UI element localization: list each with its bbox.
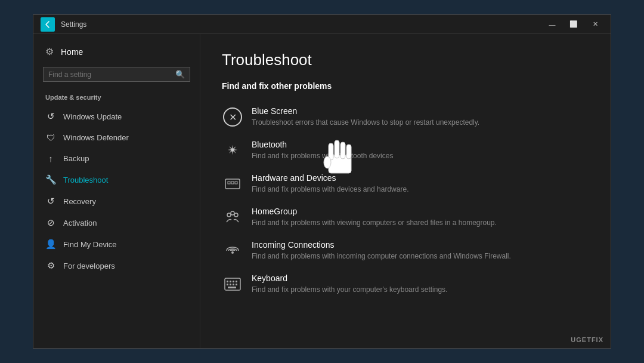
item-desc-blue-screen: Troubleshoot errors that cause Windows t…	[252, 118, 479, 128]
troubleshoot-incoming[interactable]: Incoming Connections Find and fix proble…	[222, 234, 589, 267]
item-title-homegroup: HomeGroup	[252, 207, 497, 216]
item-desc-hardware: Find and fix problems with devices and h…	[252, 184, 408, 195]
sidebar-item-label: Troubleshoot	[63, 176, 108, 184]
homegroup-icon	[222, 207, 243, 228]
sidebar-item-label: Find My Device	[63, 240, 117, 249]
svg-rect-11	[233, 281, 234, 282]
item-title-bluetooth: Bluetooth	[252, 140, 393, 149]
sidebar-item-label: For developers	[63, 262, 115, 270]
svg-point-7	[231, 251, 234, 254]
troubleshoot-icon: 🔧	[45, 174, 56, 185]
svg-rect-9	[227, 281, 228, 282]
item-title-hardware: Hardware and Devices	[252, 173, 408, 183]
sidebar-item-activation[interactable]: ⊘ Activation	[33, 212, 200, 233]
content-area: ⚙ Home 🔍 Update & security ↺ Windows Upd…	[33, 34, 611, 348]
troubleshoot-keyboard[interactable]: Keyboard Find and fix problems with your…	[222, 267, 589, 301]
search-input[interactable]	[48, 70, 175, 79]
item-title-keyboard: Keyboard	[252, 273, 447, 283]
svg-point-4	[227, 213, 231, 217]
developers-icon: ⚙	[45, 260, 56, 271]
sidebar-item-label: Windows Defender	[63, 133, 129, 142]
sidebar-item-find-my-device[interactable]: 👤 Find My Device	[33, 233, 200, 255]
sidebar-home[interactable]: ⚙ Home	[33, 41, 200, 62]
hardware-icon	[222, 173, 243, 195]
activation-icon: ⊘	[45, 217, 56, 228]
main-content: Troubleshoot Find and fix other problems…	[200, 34, 611, 348]
svg-rect-17	[228, 287, 236, 288]
minimize-button[interactable]: —	[544, 19, 561, 30]
svg-rect-14	[230, 284, 231, 285]
sidebar-item-for-developers[interactable]: ⚙ For developers	[33, 255, 200, 276]
sidebar-home-label: Home	[61, 47, 83, 57]
backup-icon: ↑	[45, 153, 56, 164]
sidebar-item-windows-update[interactable]: ↺ Windows Update	[33, 106, 200, 127]
troubleshoot-homegroup[interactable]: HomeGroup Find and fix problems with vie…	[222, 201, 589, 234]
sidebar-item-label: Backup	[63, 154, 89, 163]
svg-point-6	[231, 211, 234, 215]
svg-rect-16	[236, 284, 237, 285]
search-box[interactable]: 🔍	[43, 67, 190, 82]
svg-rect-13	[227, 284, 228, 285]
incoming-connections-icon	[222, 240, 243, 262]
recovery-icon: ↺	[45, 196, 56, 207]
sidebar-item-label: Recovery	[63, 197, 96, 206]
sidebar-item-recovery[interactable]: ↺ Recovery	[33, 190, 200, 212]
close-button[interactable]: ✕	[587, 19, 603, 30]
item-title-incoming: Incoming Connections	[252, 240, 511, 250]
troubleshoot-hardware[interactable]: Hardware and Devices Find and fix proble…	[222, 167, 589, 201]
window-title: Settings	[61, 20, 544, 29]
svg-point-5	[234, 213, 238, 217]
sidebar-item-label: Activation	[63, 219, 97, 227]
keyboard-icon	[222, 273, 243, 295]
troubleshoot-blue-screen[interactable]: ✕ Blue Screen Troubleshoot errors that c…	[222, 100, 589, 134]
sidebar-item-windows-defender[interactable]: 🛡 Windows Defender	[33, 127, 200, 148]
item-title-blue-screen: Blue Screen	[252, 106, 479, 116]
windows-defender-icon: 🛡	[45, 133, 56, 143]
troubleshoot-bluetooth[interactable]: ✴ Bluetooth Find and fix problems with B…	[222, 134, 589, 167]
watermark: UGETFIX	[571, 336, 603, 343]
page-title: Troubleshoot	[222, 51, 589, 69]
sidebar-item-label: Windows Update	[63, 112, 122, 121]
item-desc-incoming: Find and fix problems with incoming comp…	[252, 251, 511, 262]
sidebar: ⚙ Home 🔍 Update & security ↺ Windows Upd…	[33, 34, 200, 348]
svg-rect-2	[231, 182, 234, 184]
titlebar: Settings — ⬜ ✕	[33, 15, 611, 34]
item-desc-keyboard: Find and fix problems with your computer…	[252, 285, 447, 295]
back-button[interactable]	[41, 17, 55, 32]
item-desc-homegroup: Find and fix problems with viewing compu…	[252, 218, 497, 228]
sidebar-item-troubleshoot[interactable]: 🔧 Troubleshoot	[33, 169, 200, 190]
sidebar-item-backup[interactable]: ↑ Backup	[33, 148, 200, 169]
restore-button[interactable]: ⬜	[565, 19, 582, 30]
svg-rect-12	[236, 281, 237, 282]
bluetooth-icon: ✴	[222, 140, 243, 161]
sidebar-section-title: Update & security	[33, 91, 200, 106]
blue-screen-icon: ✕	[222, 106, 243, 128]
item-desc-bluetooth: Find and fix problems with Bluetooth dev…	[252, 151, 393, 161]
svg-rect-10	[230, 281, 231, 282]
svg-rect-1	[228, 182, 230, 184]
settings-window: Settings — ⬜ ✕ ⚙ Home 🔍 Update & securit…	[33, 14, 611, 349]
find-my-device-icon: 👤	[45, 239, 56, 250]
svg-rect-15	[233, 284, 234, 285]
search-icon: 🔍	[175, 70, 185, 79]
section-title: Find and fix other problems	[222, 81, 589, 91]
home-icon: ⚙	[45, 46, 54, 57]
svg-rect-3	[235, 182, 237, 184]
windows-update-icon: ↺	[45, 111, 56, 122]
window-controls: — ⬜ ✕	[544, 19, 603, 30]
